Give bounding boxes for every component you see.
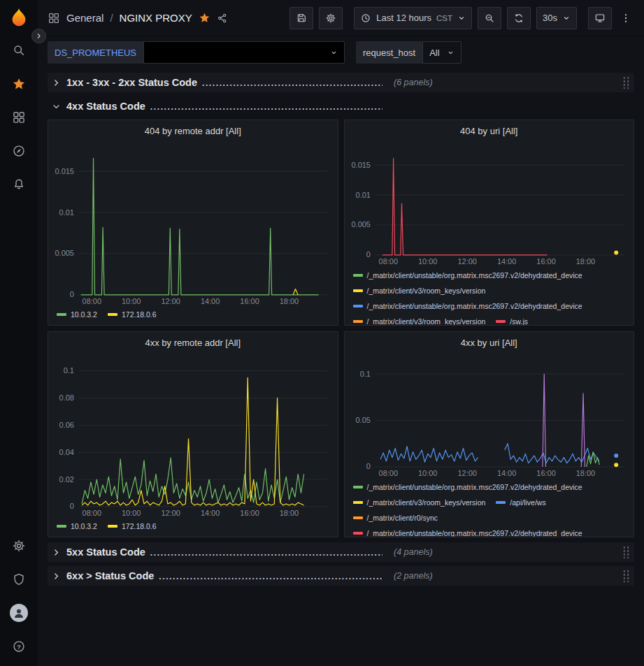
legend-label: /_matrix/client/r0/sync [367,510,438,526]
time-series-chart[interactable]: 00.050.108:0010:0012:0014:0016:0018:00 [345,353,634,478]
sidebar-item-server-admin[interactable] [0,563,38,596]
svg-text:12:00: 12:00 [457,469,476,477]
row-title: 4xx Status Code [66,101,145,112]
sidebar-item-profile[interactable] [0,596,38,630]
svg-text:0.02: 0.02 [59,475,74,484]
top-bar: General / NGINX PROXY Last 12 hours CST … [38,0,644,36]
row-title: 6xx > Status Code [66,570,154,581]
time-range-picker[interactable]: Last 12 hours CST [354,7,472,29]
series-color-marker [353,274,363,277]
svg-text:14:00: 14:00 [496,469,515,477]
legend-item[interactable]: 172.18.0.6 [108,519,157,533]
expand-sidebar-button[interactable] [31,29,46,43]
svg-text:14:00: 14:00 [201,297,220,305]
save-dashboard-button[interactable] [289,7,313,29]
legend-item[interactable]: /_matrix/client/v3/room_keys/version [353,283,486,298]
legend-item[interactable]: /api/live/ws [496,495,545,510]
row-drag-handle[interactable] [622,570,630,582]
row-title-leader-dots: ........................................… [150,548,382,558]
row-title-leader-dots: ........................................… [159,572,382,581]
chevron-down-icon [447,49,455,57]
series-color-marker [108,313,117,316]
row-header-4xx[interactable]: 4xx Status Code ........................… [48,96,634,116]
refresh-dashboard-button[interactable] [507,7,531,29]
legend-label: /_matrix/client/v3/room_keys/version [367,283,486,298]
legend-item[interactable]: 10.0.3.2 [57,307,97,321]
legend-item[interactable]: /_matrix/client/v3/room_keys/version [353,314,486,325]
main-area: General / NGINX PROXY Last 12 hours CST … [38,0,644,666]
favorite-star-button[interactable] [199,12,210,24]
row-header-1xx-3xx-2xx[interactable]: 1xx - 3xx - 2xx Status Code ............… [48,73,634,92]
svg-text:14:00: 14:00 [496,257,515,266]
request-host-value-dropdown[interactable]: All [422,41,461,64]
svg-text:10:00: 10:00 [418,257,437,266]
monitor-icon [594,13,606,24]
top-bar-actions: Last 12 hours CST 30s [289,7,634,29]
breadcrumb-folder[interactable]: General [66,12,103,24]
sidebar-item-help[interactable] [0,630,38,663]
legend-item[interactable]: /_matrix/client/v3/room_keys/version [353,495,486,510]
row-header-5xx[interactable]: 5xx Status Code ........................… [48,542,634,562]
row-drag-handle[interactable] [622,76,630,89]
time-series-chart[interactable]: 00.0050.010.01508:0010:0012:0014:0016:00… [48,141,338,306]
series-color-marker [353,532,363,535]
dashboard-settings-button[interactable] [319,7,343,29]
svg-text:12:00: 12:00 [161,297,180,305]
svg-text:0: 0 [70,502,74,510]
sidebar-footer [0,529,38,663]
panel-grid: 404 by remote addr [All] 00.0050.010.015… [48,120,634,537]
zoom-out-time-button[interactable] [478,7,501,29]
svg-text:0.005: 0.005 [55,249,74,257]
legend-item[interactable]: /_matrix/client/unstable/org.matrix.msc2… [353,268,582,283]
series-color-marker [57,313,66,316]
breadcrumb-dashboard-title[interactable]: NGINX PROXY [120,12,192,24]
datasource-value-dropdown[interactable] [143,41,345,64]
svg-text:10:00: 10:00 [122,297,141,305]
chevron-right-icon [52,548,61,557]
time-series-chart[interactable]: 00.020.040.060.080.108:0010:0012:0014:00… [48,353,338,518]
star-icon [199,12,210,24]
legend-item[interactable]: /_matrix/client/unstable/org.matrix.msc2… [353,479,582,495]
row-header-6xx[interactable]: 6xx > Status Code ......................… [48,566,634,586]
panel-title[interactable]: 404 by remote addr [All] [48,120,338,141]
share-dashboard-button[interactable] [217,13,228,24]
panel-title[interactable]: 404 by uri [All] [345,120,634,141]
bell-icon [12,178,26,191]
legend-item[interactable]: /_matrix/client/unstable/org.matrix.msc2… [353,298,582,314]
legend-item[interactable]: 172.18.0.6 [108,307,157,321]
legend-item[interactable]: /_matrix/client/r0/sync [353,510,438,526]
refresh-interval-value: 30s [543,13,557,23]
panel-title[interactable]: 4xx by uri [All] [345,332,634,353]
sidebar-item-explore[interactable] [0,134,38,168]
legend-item[interactable]: /sw.js [496,314,528,325]
star-icon [12,77,26,91]
sidebar-item-alerting[interactable] [0,168,38,201]
grafana-logo[interactable] [8,7,29,28]
legend-label: /_matrix/client/unstable/org.matrix.msc2… [367,268,582,283]
panel-legend: /_matrix/client/unstable/org.matrix.msc2… [345,478,634,537]
refresh-interval-dropdown[interactable]: 30s [536,7,577,29]
svg-text:16:00: 16:00 [536,257,555,266]
sidebar-item-starred[interactable] [0,67,38,101]
legend-label: 172.18.0.6 [122,307,157,321]
row-drag-handle[interactable] [622,546,630,558]
legend-item[interactable]: 10.0.3.2 [57,519,97,533]
series-color-marker [353,305,363,307]
avatar [10,604,28,622]
chevron-down-icon [457,14,466,22]
panel-title[interactable]: 4xx by remote addr [All] [48,332,338,353]
svg-text:08:00: 08:00 [378,469,397,477]
sidebar-item-configuration[interactable] [0,529,38,563]
tv-mode-button[interactable] [588,7,612,29]
time-series-chart[interactable]: 00.0050.010.01508:0010:0012:0014:0016:00… [345,141,634,266]
svg-text:0.01: 0.01 [355,191,370,199]
series-color-marker [496,501,506,504]
svg-text:08:00: 08:00 [83,509,101,517]
sidebar-item-dashboards[interactable] [0,101,38,134]
row-title: 5xx Status Code [66,546,145,558]
legend-item[interactable]: /_matrix/client/unstable/org.matrix.msc2… [353,526,582,537]
dashboard-menu-button[interactable] [617,7,634,29]
svg-text:12:00: 12:00 [161,509,180,517]
legend-label: 10.0.3.2 [71,519,97,533]
breadcrumb-divider: / [110,12,113,24]
